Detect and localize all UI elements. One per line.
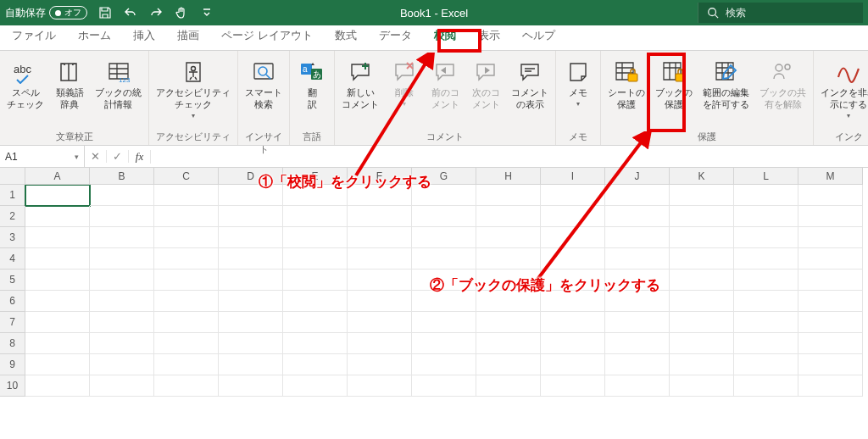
- cell[interactable]: [25, 291, 90, 312]
- tab-pagelayout[interactable]: ページ レイアウト: [220, 23, 314, 50]
- cell[interactable]: [348, 291, 412, 312]
- cell[interactable]: [734, 354, 798, 375]
- cell[interactable]: [154, 185, 219, 206]
- cell[interactable]: [219, 248, 283, 270]
- cell[interactable]: [734, 227, 798, 248]
- cell[interactable]: [283, 206, 348, 227]
- cell[interactable]: [412, 248, 476, 270]
- cell[interactable]: [412, 270, 476, 291]
- cell[interactable]: [412, 227, 476, 248]
- cell[interactable]: [348, 185, 412, 206]
- row-header[interactable]: 9: [0, 354, 25, 375]
- tab-help[interactable]: ヘルプ: [520, 23, 557, 50]
- cell[interactable]: [90, 248, 154, 270]
- cell[interactable]: [25, 270, 90, 291]
- search-input[interactable]: [726, 7, 844, 19]
- undo-button[interactable]: [121, 3, 140, 22]
- cell[interactable]: [734, 291, 798, 312]
- tab-review[interactable]: 校閲: [432, 23, 458, 50]
- workbook-stats-button[interactable]: 123 ブックの統 計情報: [92, 54, 145, 129]
- cell[interactable]: [90, 227, 154, 248]
- cell[interactable]: [219, 312, 283, 333]
- autosave-indicator[interactable]: 自動保存 オフ: [5, 6, 87, 20]
- protect-workbook-button[interactable]: ブックの 保護: [652, 54, 696, 129]
- cell[interactable]: [283, 312, 348, 333]
- cell[interactable]: [605, 375, 670, 397]
- memo-button[interactable]: メモ ▾: [559, 54, 597, 129]
- cell[interactable]: [283, 291, 348, 312]
- cell[interactable]: [734, 206, 798, 227]
- cell[interactable]: [90, 291, 154, 312]
- cell[interactable]: [154, 206, 219, 227]
- tab-draw[interactable]: 描画: [175, 23, 201, 50]
- row-header[interactable]: 1: [0, 185, 25, 206]
- cell[interactable]: [476, 206, 541, 227]
- cell[interactable]: [605, 354, 670, 375]
- cell[interactable]: [605, 270, 670, 291]
- touch-mode-button[interactable]: [172, 3, 191, 22]
- cell[interactable]: [798, 291, 863, 312]
- cell[interactable]: [670, 206, 734, 227]
- cell[interactable]: [412, 206, 476, 227]
- qat-customize-button[interactable]: [198, 3, 216, 22]
- cell[interactable]: [412, 312, 476, 333]
- cell[interactable]: [154, 312, 219, 333]
- cell[interactable]: [219, 185, 283, 206]
- cell[interactable]: [25, 312, 90, 333]
- cell[interactable]: [734, 270, 798, 291]
- insert-function-button[interactable]: fx: [129, 150, 151, 164]
- cell[interactable]: [90, 375, 154, 397]
- cell[interactable]: [798, 185, 863, 206]
- cell[interactable]: [219, 291, 283, 312]
- cell[interactable]: [348, 248, 412, 270]
- cell[interactable]: [476, 270, 541, 291]
- cell[interactable]: [219, 354, 283, 375]
- tab-home[interactable]: ホーム: [76, 23, 113, 50]
- cell[interactable]: [798, 270, 863, 291]
- worksheet-grid[interactable]: A B C D E F G H I J K L M 12345678910: [0, 168, 868, 439]
- smart-lookup-button[interactable]: スマート 検索: [242, 54, 286, 129]
- cell[interactable]: [476, 354, 541, 375]
- cell[interactable]: [90, 270, 154, 291]
- cell[interactable]: [219, 375, 283, 397]
- cell[interactable]: [25, 227, 90, 248]
- cell[interactable]: [541, 333, 605, 354]
- cell[interactable]: [476, 375, 541, 397]
- row-header[interactable]: 5: [0, 270, 25, 291]
- autosave-toggle[interactable]: オフ: [49, 6, 87, 19]
- column-header[interactable]: C: [154, 168, 219, 185]
- row-header[interactable]: 8: [0, 333, 25, 354]
- cell[interactable]: [541, 248, 605, 270]
- cell[interactable]: [283, 375, 348, 397]
- accept-formula-button[interactable]: ✓: [107, 150, 129, 163]
- cell[interactable]: [605, 312, 670, 333]
- cell[interactable]: [25, 248, 90, 270]
- cell[interactable]: [670, 291, 734, 312]
- cell[interactable]: [154, 354, 219, 375]
- cell[interactable]: [348, 227, 412, 248]
- cell[interactable]: [25, 375, 90, 397]
- cell[interactable]: [219, 227, 283, 248]
- cell[interactable]: [283, 354, 348, 375]
- tab-data[interactable]: データ: [377, 23, 414, 50]
- cell[interactable]: [605, 185, 670, 206]
- cell[interactable]: [541, 270, 605, 291]
- cell[interactable]: [670, 375, 734, 397]
- formula-input[interactable]: [151, 146, 868, 167]
- cell[interactable]: [605, 333, 670, 354]
- cell[interactable]: [154, 227, 219, 248]
- cell[interactable]: [25, 333, 90, 354]
- hide-ink-button[interactable]: インクを非表 示にする ▾: [817, 54, 868, 129]
- cell[interactable]: [154, 291, 219, 312]
- cell[interactable]: [25, 354, 90, 375]
- column-header[interactable]: M: [798, 168, 863, 185]
- cell[interactable]: [219, 206, 283, 227]
- cell[interactable]: [90, 206, 154, 227]
- cell[interactable]: [90, 354, 154, 375]
- tab-file[interactable]: ファイル: [10, 23, 58, 50]
- column-header[interactable]: L: [734, 168, 798, 185]
- search-box[interactable]: [698, 3, 863, 23]
- allow-edit-ranges-button[interactable]: 範囲の編集 を許可する: [699, 54, 753, 129]
- cell[interactable]: [283, 248, 348, 270]
- cell[interactable]: [798, 312, 863, 333]
